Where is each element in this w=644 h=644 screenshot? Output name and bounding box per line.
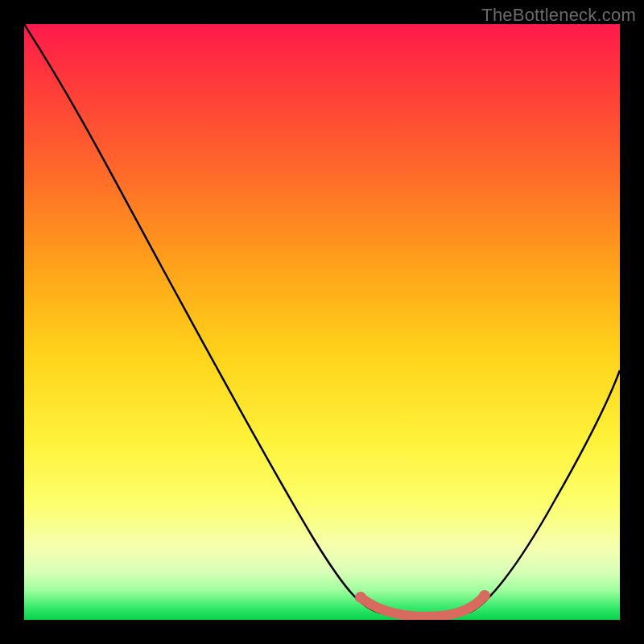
optimal-end-dot — [479, 590, 490, 601]
curve-layer — [24, 24, 620, 620]
optimal-start-dot — [355, 592, 366, 603]
optimal-band — [361, 596, 485, 617]
plot-area — [24, 24, 620, 620]
chart-stage: TheBottleneck.com — [0, 0, 644, 644]
watermark-text: TheBottleneck.com — [481, 5, 636, 26]
bottleneck-curve — [24, 24, 620, 617]
